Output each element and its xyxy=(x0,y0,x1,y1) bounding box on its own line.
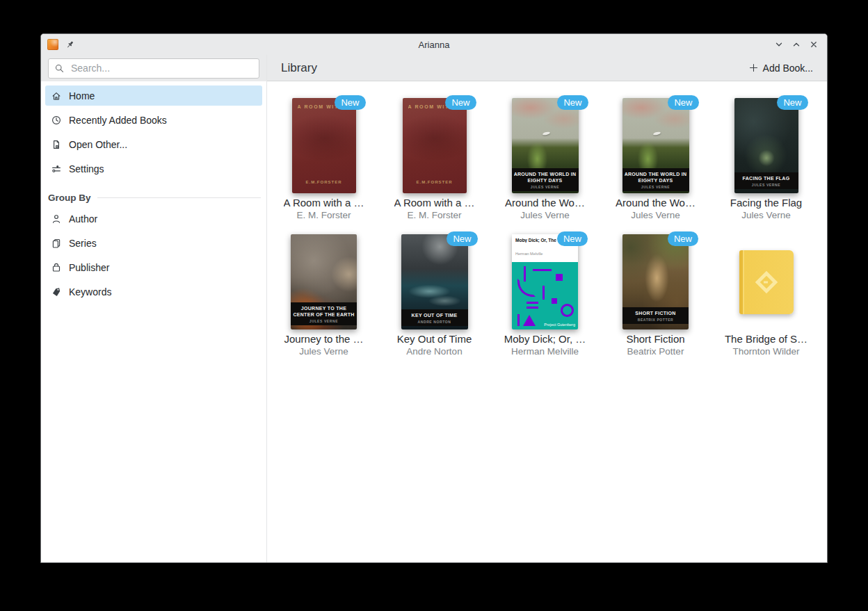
new-badge: New xyxy=(557,231,588,246)
book-card[interactable]: A ROOM WITH A VIEW E.M.FORSTER New A Roo… xyxy=(268,98,379,220)
search-input-box[interactable] xyxy=(48,58,259,79)
stacked-pages-icon xyxy=(51,238,62,249)
book-author: Jules Verne xyxy=(299,346,348,357)
cover-footer-text: Project Gutenberg xyxy=(544,323,575,327)
cover-author-text: JULES VERNE xyxy=(514,185,577,189)
book-card[interactable]: KEY OUT OF TIME ANDRE NORTON New Key Out… xyxy=(379,234,490,357)
sidebar-item-label: Author xyxy=(69,213,97,225)
book-title: The Bridge of S… xyxy=(725,333,807,345)
new-badge: New xyxy=(557,95,588,110)
cover-title-text: AROUND THE WORLD IN EIGHTY DAYS xyxy=(625,171,687,184)
sidebar-item-home[interactable]: Home xyxy=(45,85,262,106)
sidebar-item-keywords[interactable]: Keywords xyxy=(45,282,262,302)
cover-author-text: E.M.FORSTER xyxy=(403,180,467,184)
book-card[interactable]: SHORT FICTION BEATRIX POTTER New Short F… xyxy=(600,234,711,357)
clock-icon xyxy=(51,115,62,126)
sidebar-item-author[interactable]: Author xyxy=(45,209,262,229)
cover-author-text: JULES VERNE xyxy=(625,185,687,189)
sidebar-item-publisher[interactable]: Publisher xyxy=(45,257,262,277)
pin-icon[interactable] xyxy=(64,39,75,50)
book-cover: SHORT FICTION BEATRIX POTTER New xyxy=(622,234,689,329)
cover-band: AROUND THE WORLD IN EIGHTY DAYS JULES VE… xyxy=(512,168,579,191)
sidebar-item-label: Keywords xyxy=(69,286,111,298)
cover-band: FACING THE FLAG JULES VERNE xyxy=(734,172,798,189)
book-cover: AROUND THE WORLD IN EIGHTY DAYS JULES VE… xyxy=(622,98,689,193)
close-button[interactable] xyxy=(808,39,819,50)
add-book-label: Add Book... xyxy=(763,63,813,74)
book-card[interactable]: JOURNEY TO THE CENTER OF THE EARTH JULES… xyxy=(268,234,379,357)
sidebar-item-series[interactable]: Series xyxy=(45,233,262,253)
group-by-header: Group By xyxy=(48,193,261,203)
cover-band: KEY OUT OF TIME ANDRE NORTON xyxy=(401,309,468,326)
sidebar-item-open-other[interactable]: Open Other... xyxy=(45,134,262,154)
book-author: E. M. Forster xyxy=(296,210,351,220)
new-badge: New xyxy=(335,95,365,110)
divider xyxy=(97,197,261,198)
book-title: Around the Wo… xyxy=(616,197,696,209)
book-card[interactable]: AROUND THE WORLD IN EIGHTY DAYS JULES VE… xyxy=(490,98,600,220)
new-badge: New xyxy=(777,95,807,110)
book-card[interactable]: Moby Dick; Or, The Whale Herman Melville xyxy=(490,234,600,357)
book-title: Short Fiction xyxy=(626,333,684,345)
book-title: A Room with a … xyxy=(284,197,364,209)
page-title: Library xyxy=(281,61,317,75)
book-author: Jules Verne xyxy=(741,210,791,220)
book-cover: KEY OUT OF TIME ANDRE NORTON New xyxy=(401,234,468,329)
cover-band: JOURNEY TO THE CENTER OF THE EARTH JULES… xyxy=(291,302,357,325)
search-input[interactable] xyxy=(70,62,253,74)
search-toolbar xyxy=(41,55,266,81)
book-author: Jules Verne xyxy=(520,210,570,220)
window-title: Arianna xyxy=(41,40,827,50)
person-icon xyxy=(51,213,62,225)
sidebar-item-label: Recently Added Books xyxy=(69,115,167,126)
maximize-button[interactable] xyxy=(791,39,802,50)
cover-band: SHORT FICTION BEATRIX POTTER xyxy=(622,307,689,324)
book-cover: Moby Dick; Or, The Whale Herman Melville xyxy=(512,234,578,329)
cover-title-text: JOURNEY TO THE CENTER OF THE EARTH xyxy=(293,305,355,318)
cover-author-text: JULES VERNE xyxy=(737,183,796,187)
epub-logo-icon xyxy=(754,270,779,295)
book-card[interactable]: A ROOM WITH A VIEW E.M.FORSTER New A Roo… xyxy=(379,98,490,220)
cover-author-text: JULES VERNE xyxy=(293,319,355,323)
new-badge: New xyxy=(447,231,477,246)
book-cover: FACING THE FLAG JULES VERNE New xyxy=(734,98,798,193)
cover-title-text: SHORT FICTION xyxy=(625,310,686,316)
book-card[interactable]: AROUND THE WORLD IN EIGHTY DAYS JULES VE… xyxy=(600,98,711,220)
cover-title-text: FACING THE FLAG xyxy=(737,175,796,181)
sidebar-item-settings[interactable]: Settings xyxy=(45,158,262,179)
add-book-button[interactable]: Add Book... xyxy=(743,59,819,77)
app-icon xyxy=(47,39,58,50)
book-author: Andre Norton xyxy=(406,346,462,357)
home-icon xyxy=(51,90,62,101)
new-badge: New xyxy=(668,95,698,110)
book-title: Around the Wo… xyxy=(505,197,585,209)
cover-title-text: KEY OUT OF TIME xyxy=(403,312,466,318)
book-title: A Room with a … xyxy=(394,197,475,209)
chevron-down-icon xyxy=(773,39,785,50)
sidebar-item-label: Series xyxy=(69,238,97,249)
book-cover: A ROOM WITH A VIEW E.M.FORSTER New xyxy=(292,98,356,193)
app-window: Arianna xyxy=(40,33,828,563)
book-cover: AROUND THE WORLD IN EIGHTY DAYS JULES VE… xyxy=(512,98,579,193)
sidebar-item-recently-added[interactable]: Recently Added Books xyxy=(45,110,262,130)
book-cover-placeholder xyxy=(739,250,794,314)
book-author: Thornton Wilder xyxy=(732,346,799,357)
cover-author-text: BEATRIX POTTER xyxy=(625,318,686,322)
book-author: Beatrix Potter xyxy=(627,346,684,357)
minimize-button[interactable] xyxy=(773,39,785,50)
book-author: Herman Melville xyxy=(511,346,579,357)
cover-author-text: ANDRE NORTON xyxy=(403,320,466,324)
book-author: Jules Verne xyxy=(631,210,680,220)
close-icon xyxy=(808,39,819,50)
sliders-icon xyxy=(51,163,62,174)
book-title: Moby Dick; Or, … xyxy=(504,333,586,345)
new-badge: New xyxy=(445,95,476,110)
book-cover: JOURNEY TO THE CENTER OF THE EARTH JULES… xyxy=(291,234,357,329)
sidebar-item-label: Open Other... xyxy=(69,139,127,150)
titlebar[interactable]: Arianna xyxy=(41,34,827,55)
book-card[interactable]: FACING THE FLAG JULES VERNE New Facing t… xyxy=(711,98,821,220)
content-header: Library Add Book... xyxy=(267,55,827,81)
bag-icon xyxy=(51,262,62,273)
book-card[interactable]: The Bridge of S… Thornton Wilder xyxy=(711,234,821,357)
sidebar-item-label: Home xyxy=(69,90,95,101)
